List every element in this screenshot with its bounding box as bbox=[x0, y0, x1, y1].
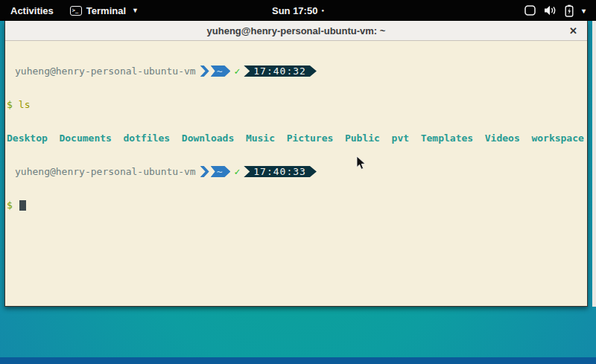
terminal-body[interactable]: yuheng@henry-personal-ubuntu-vm ~ ✓ 17:4… bbox=[5, 41, 587, 306]
screen-edge-sliver bbox=[592, 21, 596, 307]
chevron-down-icon: ▾ bbox=[582, 7, 586, 15]
text-cursor bbox=[19, 200, 26, 211]
command-text: ls bbox=[19, 99, 31, 110]
terminal-window: yuheng@henry-personal-ubuntu-vm: ~ ✕ yuh… bbox=[4, 21, 588, 307]
window-titlebar[interactable]: yuheng@henry-personal-ubuntu-vm: ~ ✕ bbox=[5, 21, 587, 41]
username-text: yuheng@henry-personal-ubuntu-vm bbox=[15, 66, 196, 77]
desktop: Activities >_ Terminal ▼ Sun 17:50 ● bbox=[0, 0, 596, 364]
system-tray-button[interactable]: ▾ bbox=[524, 0, 596, 21]
username-text: yuheng@henry-personal-ubuntu-vm bbox=[15, 166, 196, 177]
window-title: yuheng@henry-personal-ubuntu-vm: ~ bbox=[207, 25, 386, 36]
mouse-cursor-icon bbox=[356, 156, 367, 170]
close-button[interactable]: ✕ bbox=[569, 26, 577, 36]
volume-icon bbox=[544, 5, 557, 16]
path-segment: ~ bbox=[211, 166, 231, 177]
status-check-icon: ✓ bbox=[234, 166, 240, 177]
powerline-arrow-icon bbox=[200, 166, 209, 177]
prompt-line: yuheng@henry-personal-ubuntu-vm ~ ✓ 17:4… bbox=[7, 166, 586, 177]
prompt-symbol: $ bbox=[7, 99, 13, 110]
time-segment: 17:40:33 bbox=[244, 166, 317, 177]
battery-charging-icon bbox=[565, 4, 574, 17]
app-menu-button[interactable]: >_ Terminal ▼ bbox=[64, 0, 145, 21]
clock-button[interactable]: Sun 17:50 ● bbox=[264, 0, 332, 21]
ls-output-line: Desktop Documents dotfiles Downloads Mus… bbox=[7, 132, 586, 144]
desktop-bottom-strip bbox=[0, 357, 596, 364]
notification-dot-icon: ● bbox=[321, 8, 324, 13]
prompt-symbol: $ bbox=[7, 199, 13, 211]
prompt-line: yuheng@henry-personal-ubuntu-vm ~ ✓ 17:4… bbox=[7, 66, 586, 77]
terminal-icon: >_ bbox=[70, 6, 82, 16]
powerline-arrow-icon bbox=[200, 66, 209, 77]
app-menu-label: Terminal bbox=[86, 5, 126, 16]
status-check-icon: ✓ bbox=[234, 66, 240, 77]
time-segment: 17:40:32 bbox=[244, 66, 317, 77]
chevron-down-icon: ▼ bbox=[132, 7, 139, 14]
clock-label: Sun 17:50 bbox=[272, 5, 317, 16]
top-bar: Activities >_ Terminal ▼ Sun 17:50 ● bbox=[0, 0, 596, 21]
command-line: $ls bbox=[7, 99, 586, 110]
top-bar-left: Activities >_ Terminal ▼ bbox=[0, 0, 145, 21]
path-segment: ~ bbox=[211, 66, 231, 77]
current-input-line: $ bbox=[7, 199, 586, 211]
screen-icon bbox=[524, 5, 536, 16]
activities-button[interactable]: Activities bbox=[0, 0, 64, 21]
